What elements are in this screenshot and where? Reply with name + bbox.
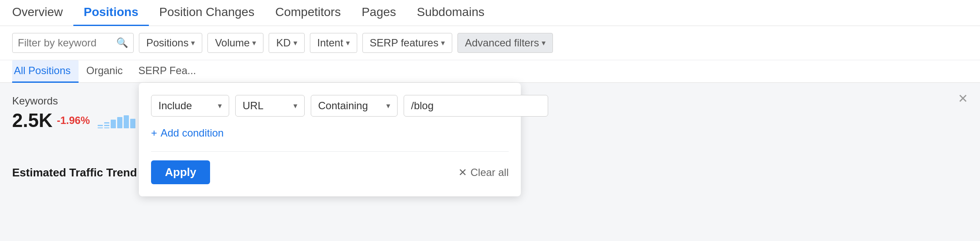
kd-chevron-icon: ▾ xyxy=(293,38,297,48)
tabs-row: All Positions Organic SERP Fea... xyxy=(0,60,980,83)
nav-positions[interactable]: Positions xyxy=(73,0,149,26)
clear-all-button[interactable]: ✕ Clear all xyxy=(458,166,509,179)
intent-filter-btn[interactable]: Intent ▾ xyxy=(310,33,357,53)
nav-subdomains[interactable]: Subdomains xyxy=(407,0,495,26)
nav-competitors[interactable]: Competitors xyxy=(265,0,351,26)
filter-condition-row: Include ▾ URL ▾ Containing ▾ xyxy=(151,95,509,117)
positions-chevron-icon: ▾ xyxy=(191,38,195,48)
estimated-traffic-section: Estimated Traffic Trend xyxy=(12,166,151,179)
volume-filter-btn[interactable]: Volume ▾ xyxy=(207,33,263,53)
advanced-chevron-icon: ▾ xyxy=(542,38,546,48)
intent-chevron-icon: ▾ xyxy=(346,38,350,48)
tab-organic[interactable]: Organic xyxy=(79,60,131,83)
chart-bar-2 xyxy=(104,122,109,128)
top-nav: Overview Positions Position Changes Comp… xyxy=(0,0,980,26)
main-content: Keywords 2.5K -1.96% Estimated Traffic T… xyxy=(0,83,980,192)
advanced-filters-panel: Include ▾ URL ▾ Containing ▾ + Add condi… xyxy=(139,83,521,196)
chart-bar-1 xyxy=(98,125,103,128)
keywords-value-row: 2.5K -1.96% xyxy=(12,110,151,131)
nav-overview[interactable]: Overview xyxy=(12,0,73,26)
serp-features-filter-btn[interactable]: SERP features ▾ xyxy=(362,33,452,53)
serp-chevron-icon: ▾ xyxy=(441,38,445,48)
url-select[interactable]: URL ▾ xyxy=(235,95,305,117)
include-label: Include xyxy=(158,100,192,112)
chart-bar-5 xyxy=(124,115,129,128)
nav-position-changes[interactable]: Position Changes xyxy=(149,0,265,26)
x-icon: ✕ xyxy=(458,166,467,179)
search-button[interactable]: 🔍 xyxy=(116,37,128,49)
chart-bar-4 xyxy=(117,117,122,128)
chart-bar-6 xyxy=(130,119,135,128)
keyword-search-input[interactable] xyxy=(18,37,113,49)
add-condition-button[interactable]: + Add condition xyxy=(151,125,224,141)
positions-filter-btn[interactable]: Positions ▾ xyxy=(139,33,202,53)
url-label: URL xyxy=(243,100,263,112)
filter-value-input[interactable] xyxy=(404,95,548,117)
containing-select[interactable]: Containing ▾ xyxy=(311,95,398,117)
kd-filter-btn[interactable]: KD ▾ xyxy=(269,33,304,53)
url-chevron-icon: ▾ xyxy=(293,101,297,111)
containing-label: Containing xyxy=(318,100,368,112)
advanced-filters-btn[interactable]: Advanced filters ▾ xyxy=(457,33,553,53)
left-stats: Keywords 2.5K -1.96% Estimated Traffic T… xyxy=(12,95,151,179)
add-condition-label: Add condition xyxy=(161,127,224,139)
keywords-count: 2.5K xyxy=(12,110,53,131)
mini-chart xyxy=(98,113,135,128)
nav-pages[interactable]: Pages xyxy=(351,0,406,26)
keywords-label: Keywords xyxy=(12,95,151,107)
tab-all-positions[interactable]: All Positions xyxy=(12,60,79,83)
close-button[interactable]: ✕ xyxy=(958,91,968,106)
include-chevron-icon: ▾ xyxy=(218,101,222,111)
clear-all-label: Clear all xyxy=(470,166,509,179)
keywords-change: -1.96% xyxy=(57,114,90,127)
chart-bar-3 xyxy=(111,120,116,128)
apply-button[interactable]: Apply xyxy=(151,160,210,184)
panel-footer: Apply ✕ Clear all xyxy=(151,151,509,184)
volume-chevron-icon: ▾ xyxy=(252,38,256,48)
estimated-traffic-label: Estimated Traffic Trend xyxy=(12,166,151,179)
filter-bar: 🔍 Positions ▾ Volume ▾ KD ▾ Intent ▾ SER… xyxy=(0,26,980,60)
plus-icon: + xyxy=(151,127,157,139)
search-box: 🔍 xyxy=(12,33,134,53)
include-select[interactable]: Include ▾ xyxy=(151,95,229,117)
tab-serp-features[interactable]: SERP Fea... xyxy=(131,60,204,83)
containing-chevron-icon: ▾ xyxy=(386,101,390,111)
